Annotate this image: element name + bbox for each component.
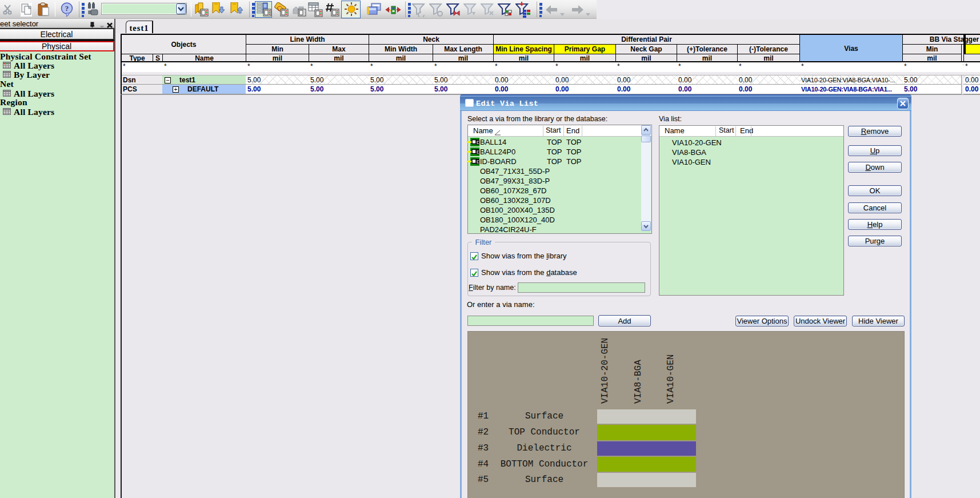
- svg-text:?: ?: [65, 4, 69, 13]
